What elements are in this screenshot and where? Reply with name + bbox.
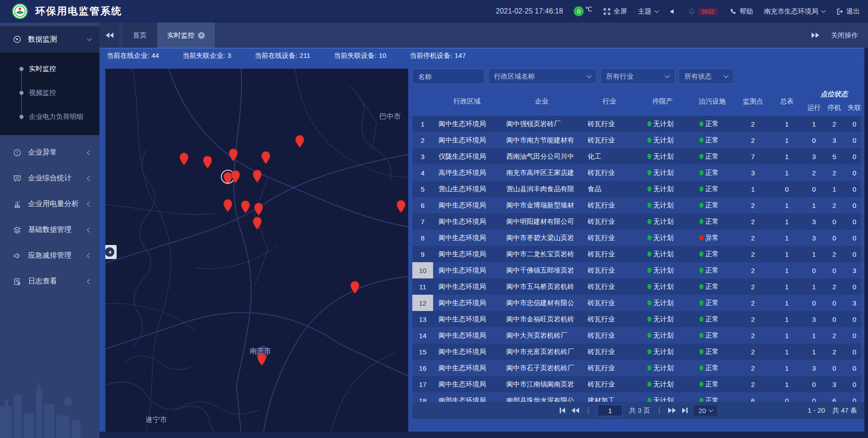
- tabs-scroll-left-button[interactable]: [99, 23, 119, 48]
- sidebar-item[interactable]: 基础数据管理: [0, 217, 99, 243]
- cell-production-status: 无计划: [637, 299, 689, 307]
- cell-production-status: 无计划: [637, 169, 689, 177]
- next-page-button[interactable]: [668, 408, 676, 413]
- first-page-button[interactable]: [560, 408, 565, 413]
- map-panel[interactable]: 巴中市南充市遂宁市: [105, 69, 408, 432]
- sidebar-item[interactable]: 日志查看: [0, 268, 99, 294]
- last-page-button[interactable]: [682, 408, 688, 413]
- cell-index: 10: [412, 262, 433, 278]
- chevron-left-icon: [87, 279, 92, 284]
- table-row[interactable]: 15阆中生态环境局阆中市光富页岩机砖厂砖瓦行业无计划正常21120: [412, 344, 864, 360]
- map-collapse-button[interactable]: [105, 245, 117, 259]
- map-pin-icon[interactable]: [396, 200, 406, 213]
- map-pin-icon[interactable]: [261, 151, 271, 165]
- table-row[interactable]: 6阆中生态环境局阆中市金博瑞新型墙材砖瓦行业无计划正常21120: [412, 197, 864, 213]
- cell-facility-status: 正常: [689, 169, 736, 177]
- tab-inactive[interactable]: 首页: [123, 23, 156, 48]
- table-row[interactable]: 13阆中生态环境局阆中市金福旺页岩机砖砖瓦行业无计划正常21300: [412, 311, 864, 327]
- map-pin-icon[interactable]: [350, 281, 360, 294]
- theme-dropdown[interactable]: 主题: [638, 7, 658, 16]
- status-metric: 当前失联企业:3: [183, 52, 231, 60]
- close-operations-button[interactable]: 关闭操作: [831, 31, 858, 40]
- cell-company: 阆中市忠信建材有限公: [501, 299, 582, 307]
- sidebar-item[interactable]: 企业用电量分析: [0, 191, 99, 217]
- page-number-input[interactable]: [597, 405, 623, 416]
- industry-filter-value: 所有行业: [606, 72, 633, 81]
- cell-run: 0: [804, 137, 824, 144]
- sound-toggle[interactable]: [669, 8, 677, 15]
- table-row[interactable]: 10阆中生态环境局阆中千佛镇五郎垭页岩砖瓦行业无计划正常21003: [412, 262, 864, 278]
- sidebar-section-data-monitoring[interactable]: 数据监测: [0, 26, 99, 52]
- prev-page-button[interactable]: [571, 408, 579, 413]
- industry-filter-select[interactable]: 所有行业: [600, 69, 675, 84]
- page-size-select[interactable]: 20: [694, 405, 717, 416]
- table-row[interactable]: 5营山生态环境局营山县润丰肉食品有限食品无计划正常10010: [412, 181, 864, 197]
- status-dot-icon: [699, 284, 703, 289]
- table-row[interactable]: 4高坪生态环境局南充市高坪区王家店建砖瓦行业无计划正常31220: [412, 165, 864, 181]
- table-row[interactable]: 2阆中生态环境局阆中市南方节能建材有砖瓦行业无计划正常21030: [412, 132, 864, 148]
- logout-button[interactable]: 退出: [836, 7, 860, 16]
- map-pin-icon[interactable]: [257, 353, 267, 366]
- map-pin-icon[interactable]: [254, 203, 264, 216]
- map-pin-icon[interactable]: [223, 199, 233, 212]
- chevron-left-icon: [105, 247, 114, 257]
- chevron-down-icon: [655, 9, 659, 13]
- user-org-dropdown[interactable]: 南充市生态环境局: [764, 7, 825, 16]
- tab-active[interactable]: 实时监控✕: [157, 23, 215, 48]
- table-row[interactable]: 17阆中生态环境局阆中市江南镇阆南页岩砖瓦行业无计划正常21030: [412, 376, 864, 392]
- table-row[interactable]: 11阆中生态环境局阆中市五马桥页岩机砖砖瓦行业无计划正常21120: [412, 278, 864, 295]
- bar-chart-icon: [13, 200, 22, 209]
- cell-industry: 食品: [582, 185, 637, 193]
- map-pin-icon[interactable]: [252, 217, 262, 230]
- sidebar-subitem[interactable]: 企业电力负荷明细: [0, 105, 99, 129]
- close-icon[interactable]: ✕: [198, 32, 205, 39]
- cell-points: 3: [736, 169, 770, 177]
- table-body: 1阆中生态环境局阆中强锐页岩砖厂砖瓦行业无计划正常211202阆中生态环境局阆中…: [412, 116, 864, 402]
- cell-points: 6: [736, 397, 770, 402]
- cell-company: 阆中大兴页岩机砖厂: [501, 331, 582, 340]
- cell-facility-status: 正常: [689, 266, 736, 275]
- cell-industry: 砖瓦行业: [582, 331, 637, 340]
- sidebar-item[interactable]: 企业综合统计: [0, 165, 99, 191]
- sidebar-item-label: 应急减排管理: [28, 251, 71, 260]
- table-scrollbar[interactable]: [861, 116, 864, 402]
- table-row[interactable]: 7阆中生态环境局阆中明阳建材有限公司砖瓦行业无计划正常21300: [412, 213, 864, 230]
- sidebar-subitem[interactable]: 视频监控: [0, 81, 99, 105]
- fullscreen-button[interactable]: 全屏: [603, 7, 627, 16]
- table-row[interactable]: 12阆中生态环境局阆中市忠信建材有限公砖瓦行业无计划正常21003: [412, 295, 864, 311]
- app-logo-icon: [12, 3, 28, 19]
- sidebar-item[interactable]: 企业异常: [0, 140, 99, 165]
- map-pin-icon[interactable]: [228, 148, 238, 162]
- cell-run: 3: [804, 316, 824, 323]
- map-pin-icon[interactable]: [231, 170, 241, 184]
- help-button[interactable]: 帮助: [729, 7, 753, 16]
- cell-region: 仪陇生态环境局: [433, 152, 501, 161]
- table-row[interactable]: 8阆中生态环境局阆中市枣碧大梁山页岩砖瓦行业无计划异常21300: [412, 230, 864, 246]
- table-row[interactable]: 14阆中生态环境局阆中大兴页岩机砖厂砖瓦行业无计划正常21120: [412, 327, 864, 344]
- sidebar-menu: 企业异常企业综合统计企业用电量分析基础数据管理应急减排管理日志查看: [0, 140, 99, 294]
- map-pin-icon[interactable]: [241, 200, 250, 214]
- sidebar-item[interactable]: 应急减排管理: [0, 243, 99, 268]
- phone-icon: [729, 8, 737, 15]
- sidebar-subitem[interactable]: 实时监控: [0, 57, 99, 81]
- name-filter-field[interactable]: [412, 69, 485, 84]
- table-row[interactable]: 16阆中生态环境局阆中市石子页岩机砖厂砖瓦行业无计划正常21300: [412, 360, 864, 376]
- table-row[interactable]: 3仪陇生态环境局西南油气田分公司川中化工无计划正常71350: [412, 148, 864, 165]
- map-pin-icon[interactable]: [252, 170, 262, 183]
- tabs-scroll-right-button[interactable]: [811, 33, 819, 38]
- table-row[interactable]: 9阆中生态环境局阆中市二龙长宝页岩砖砖瓦行业无计划正常21120: [412, 246, 864, 262]
- name-filter-input[interactable]: [418, 73, 479, 80]
- status-filter-select[interactable]: 所有状态: [679, 69, 734, 84]
- cell-points: 2: [736, 299, 770, 307]
- cell-total: 1: [770, 381, 804, 388]
- cell-total: 1: [770, 137, 804, 144]
- cell-company: 西南油气田分公司川中: [501, 152, 582, 161]
- map-pin-icon[interactable]: [179, 152, 189, 166]
- cell-region: 南部生态环境局: [433, 396, 501, 402]
- table-row[interactable]: 18南部生态环境局南部县珠华水泥有限公建材加工无计划正常60060: [412, 392, 864, 402]
- region-filter-select[interactable]: 行政区域名称: [488, 69, 597, 84]
- notifications[interactable]: 2632: [688, 8, 718, 15]
- map-pin-icon[interactable]: [295, 135, 305, 148]
- table-row[interactable]: 1阆中生态环境局阆中强锐页岩砖厂砖瓦行业无计划正常21120: [412, 116, 864, 132]
- map-pin-icon[interactable]: [203, 155, 212, 169]
